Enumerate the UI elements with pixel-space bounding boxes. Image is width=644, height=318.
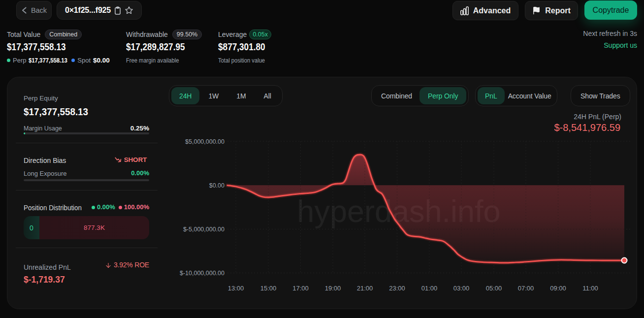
svg-text:23:00: 23:00 xyxy=(389,285,405,292)
svg-text:15:00: 15:00 xyxy=(260,285,277,292)
svg-text:13:00: 13:00 xyxy=(228,285,244,292)
svg-text:$5,000,000.00: $5,000,000.00 xyxy=(185,138,225,145)
svg-text:$0.00: $0.00 xyxy=(209,182,225,189)
svg-text:19:00: 19:00 xyxy=(325,285,341,292)
svg-text:01:00: 01:00 xyxy=(421,285,438,292)
svg-text:09:00: 09:00 xyxy=(550,285,566,292)
svg-text:17:00: 17:00 xyxy=(292,285,309,292)
svg-text:21:00: 21:00 xyxy=(357,285,373,292)
svg-text:07:00: 07:00 xyxy=(518,285,534,292)
svg-text:$-5,000,000.00: $-5,000,000.00 xyxy=(183,226,225,233)
svg-text:11:00: 11:00 xyxy=(582,285,598,292)
svg-text:$-10,000,000.00: $-10,000,000.00 xyxy=(180,270,225,277)
svg-text:05:00: 05:00 xyxy=(486,285,502,292)
svg-text:03:00: 03:00 xyxy=(453,285,470,292)
